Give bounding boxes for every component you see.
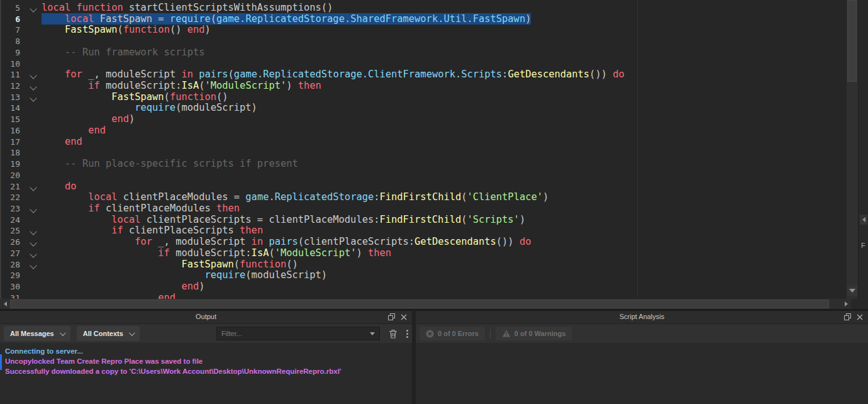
line-number: 20	[1, 170, 21, 181]
code-line[interactable]: 31 end	[1, 293, 848, 299]
code-text: local function startClientScriptsWithAss…	[42, 3, 333, 14]
output-message[interactable]: Connecting to server...	[5, 346, 412, 356]
close-panel-button[interactable]	[401, 314, 407, 320]
fold-chevron-icon[interactable]	[21, 181, 42, 193]
line-number: 19	[1, 159, 21, 170]
code-line[interactable]: 15 end)	[1, 114, 848, 125]
code-line[interactable]: 11 for _, moduleScript in pairs(game.Rep…	[1, 69, 848, 81]
output-options-button[interactable]	[406, 333, 408, 335]
code-line[interactable]: 6 local FastSpawn = require(game.Replica…	[1, 14, 848, 25]
scroll-left-button[interactable]	[0, 299, 10, 309]
code-line[interactable]: 25 if clientPlaceScripts then	[1, 225, 848, 237]
collapse-arrow-button[interactable]	[860, 215, 867, 225]
line-number: 21	[1, 181, 21, 193]
code-line[interactable]: 28 FastSpawn(function()	[1, 259, 848, 271]
code-line[interactable]: 19 -- Run place-specific scripts if pres…	[1, 159, 848, 170]
close-icon	[857, 314, 863, 320]
fold-spacer	[21, 137, 42, 148]
code-line[interactable]: 12 if moduleScript:IsA('ModuleScript') t…	[1, 81, 848, 92]
fold-chevron-icon[interactable]	[21, 81, 42, 92]
output-titlebar[interactable]: Output	[0, 311, 412, 324]
fold-spacer	[21, 59, 42, 70]
arrow-right-icon	[845, 301, 848, 306]
code-line[interactable]: 17 end	[1, 137, 848, 148]
scroll-down-button[interactable]	[847, 286, 857, 296]
fold-chevron-icon[interactable]	[21, 203, 42, 215]
code-text: FastSpawn(function()	[42, 92, 228, 103]
fold-chevron-icon[interactable]	[21, 69, 42, 81]
filter-combobox[interactable]	[216, 327, 380, 340]
code-line[interactable]: 27 if moduleScript:IsA('ModuleScript') t…	[1, 248, 848, 259]
line-number: 29	[1, 270, 21, 281]
arrow-down-icon	[849, 289, 855, 293]
line-number: 13	[1, 92, 21, 103]
script-analysis-toolbar: 0 of 0 Errors 0 of 0 Warnings	[416, 324, 868, 343]
code-line[interactable]: 8	[1, 36, 848, 47]
selection-accent	[0, 354, 2, 370]
chevron-down-icon	[60, 330, 66, 336]
line-number: 6	[1, 14, 21, 25]
warnings-filter-button[interactable]: 0 of 0 Warnings	[496, 327, 572, 340]
code-line[interactable]: 24 local clientPlaceScripts = clientPlac…	[1, 215, 848, 226]
line-number: 8	[1, 36, 21, 47]
code-line[interactable]: 29 require(moduleScript)	[1, 270, 848, 281]
line-number: 12	[1, 81, 21, 92]
editor-horizontal-scrollbar[interactable]	[0, 299, 868, 309]
fold-chevron-icon[interactable]	[21, 225, 42, 237]
float-panel-button[interactable]	[844, 313, 851, 320]
dropdown-label: All Contexts	[83, 330, 123, 337]
code-line[interactable]: 10	[1, 59, 848, 70]
errors-filter-button[interactable]: 0 of 0 Errors	[420, 327, 485, 340]
fold-chevron-icon[interactable]	[21, 3, 42, 14]
code-line[interactable]: 9 -- Run framework scripts	[1, 47, 848, 59]
fold-chevron-icon[interactable]	[21, 248, 42, 259]
code-text: -- Run place-specific scripts if present	[42, 159, 298, 170]
fold-spacer	[21, 192, 42, 203]
fold-chevron-icon[interactable]	[21, 237, 42, 248]
code-line[interactable]: 18	[1, 147, 848, 159]
horizontal-scrollbar-thumb[interactable]	[10, 300, 829, 308]
line-number: 18	[1, 147, 21, 159]
code-line[interactable]: 21 do	[1, 181, 848, 193]
fold-spacer	[21, 125, 42, 137]
line-number: 9	[1, 47, 21, 59]
clear-output-button[interactable]	[389, 329, 398, 339]
code-line[interactable]: 7 FastSpawn(function() end)	[1, 25, 848, 36]
arrow-left-icon	[4, 301, 7, 306]
combo-dropdown-icon[interactable]	[370, 332, 375, 335]
code-line[interactable]: 22 local clientPlaceModules = game.Repli…	[1, 192, 848, 203]
context-filter-dropdown[interactable]: All Contexts	[77, 326, 140, 341]
collapsed-panel-label: F	[861, 242, 865, 249]
column-ruler	[637, 0, 638, 298]
code-line[interactable]: 30 end)	[1, 281, 848, 293]
errors-count-label: 0 of 0 Errors	[438, 330, 479, 337]
code-line[interactable]: 20	[1, 170, 848, 181]
line-number: 24	[1, 215, 21, 226]
float-panel-button[interactable]	[388, 313, 395, 320]
output-message[interactable]: Uncopylocked Team Create Repro Place was…	[5, 356, 412, 366]
line-number: 28	[1, 259, 21, 271]
code-line[interactable]: 13 FastSpawn(function()	[1, 92, 848, 103]
output-log[interactable]: Connecting to server...Uncopylocked Team…	[0, 343, 412, 404]
code-line[interactable]: 26 for _, moduleScript in pairs(clientPl…	[1, 237, 848, 248]
fold-chevron-icon[interactable]	[21, 259, 42, 271]
panel-title: Output	[0, 313, 412, 320]
close-panel-button[interactable]	[857, 314, 863, 320]
script-editor[interactable]: 5local function startClientScriptsWithAs…	[0, 0, 868, 299]
message-filter-dropdown[interactable]: All Messages	[4, 326, 70, 341]
code-line[interactable]: 5local function startClientScriptsWithAs…	[1, 3, 848, 14]
script-analysis-titlebar[interactable]: Script Analysis	[416, 311, 868, 324]
code-line[interactable]: 16 end	[1, 125, 848, 137]
code-line[interactable]: 23 if clientPlaceModules then	[1, 203, 848, 215]
script-analysis-results[interactable]	[416, 343, 868, 404]
fold-chevron-icon[interactable]	[21, 92, 42, 103]
code-text: end	[42, 137, 82, 148]
code-text: FastSpawn(function() end)	[42, 25, 211, 36]
scroll-right-button[interactable]	[841, 299, 851, 309]
filter-input[interactable]	[217, 330, 370, 337]
editor-vertical-scrollbar[interactable]	[847, 0, 858, 299]
line-number: 14	[1, 103, 21, 114]
code-line[interactable]: 14 require(moduleScript)	[1, 103, 848, 114]
vertical-scrollbar-thumb[interactable]	[847, 0, 857, 82]
output-message[interactable]: Successfully downloaded a copy to 'C:\Us…	[5, 366, 412, 376]
